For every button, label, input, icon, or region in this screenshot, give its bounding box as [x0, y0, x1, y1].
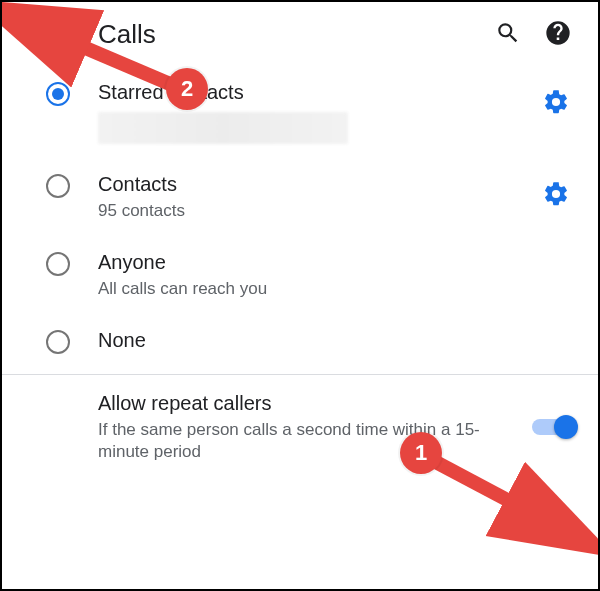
caller-options-list: Starred contacts Contacts 95 contacts: [2, 66, 598, 374]
option-anyone[interactable]: Anyone All calls can reach you: [2, 236, 598, 314]
option-title: Anyone: [98, 250, 526, 274]
option-title: None: [98, 328, 526, 352]
setting-subtitle: If the same person calls a second time w…: [98, 419, 492, 463]
help-button[interactable]: [536, 12, 580, 56]
radio-unselected-icon: [46, 252, 70, 276]
search-icon: [495, 20, 521, 49]
allow-repeat-callers-row[interactable]: Allow repeat callers If the same person …: [2, 375, 598, 481]
redacted-subtext: [98, 112, 348, 144]
help-icon: [544, 19, 572, 50]
arrow-left-icon: [23, 20, 49, 49]
option-starred-contacts[interactable]: Starred contacts: [2, 66, 598, 158]
option-title: Contacts: [98, 172, 526, 196]
option-title: Starred contacts: [98, 80, 526, 104]
search-button[interactable]: [486, 12, 530, 56]
option-subtitle: 95 contacts: [98, 200, 526, 222]
switch-thumb: [554, 415, 578, 439]
page-title: Calls: [58, 19, 486, 50]
option-contacts[interactable]: Contacts 95 contacts: [2, 158, 598, 236]
option-subtitle: All calls can reach you: [98, 278, 526, 300]
gear-icon: [542, 88, 570, 116]
radio-unselected-icon: [46, 330, 70, 354]
setting-title: Allow repeat callers: [98, 391, 492, 415]
back-button[interactable]: [14, 12, 58, 56]
option-none[interactable]: None: [2, 314, 598, 374]
settings-gear-button[interactable]: [534, 80, 578, 124]
radio-unselected-icon: [46, 174, 70, 198]
gear-icon: [542, 180, 570, 208]
radio-selected-icon: [46, 82, 70, 106]
settings-gear-button[interactable]: [534, 172, 578, 216]
app-bar: Calls: [2, 2, 598, 66]
toggle-switch[interactable]: [532, 413, 578, 441]
